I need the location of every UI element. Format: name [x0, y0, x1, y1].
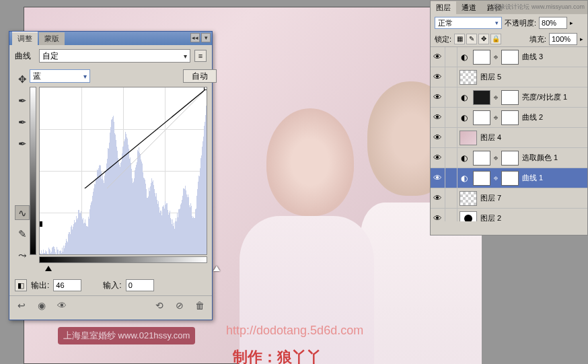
layer-thumbnail[interactable] [460, 211, 477, 222]
layer-row[interactable]: 👁◐⎆曲线 2 [431, 108, 587, 128]
expand-icon[interactable]: ◉ [35, 299, 48, 312]
visibility-toggle-icon[interactable]: 👁 [431, 128, 445, 148]
photo-region [266, 108, 354, 216]
curve-mode-icon[interactable]: ∿ [15, 205, 30, 220]
layer-thumbnail[interactable] [460, 131, 477, 145]
layer-row[interactable]: 👁图层 5 [431, 67, 587, 87]
visibility-icon[interactable]: 👁 [55, 299, 69, 312]
layer-thumbnail[interactable] [473, 171, 490, 186]
lock-pixels-icon[interactable]: ✎ [466, 34, 477, 44]
layer-row[interactable]: 👁图层 7 [431, 188, 587, 209]
lock-transparency-icon[interactable]: ▦ [454, 34, 465, 44]
link-cell[interactable] [445, 148, 457, 168]
previous-state-icon[interactable]: ⟲ [153, 299, 166, 312]
visibility-toggle-icon[interactable]: 👁 [431, 87, 445, 108]
mask-thumbnail[interactable] [501, 171, 519, 186]
curves-graph[interactable] [39, 87, 207, 255]
layer-row[interactable]: 👁◐⎆选取颜色 1 [431, 148, 587, 168]
layer-row[interactable]: 👁图层 4 [431, 128, 587, 148]
link-cell[interactable] [445, 188, 457, 209]
delete-icon[interactable]: 🗑 [193, 299, 207, 312]
link-cell[interactable] [445, 128, 457, 148]
visibility-toggle-icon[interactable]: 👁 [431, 209, 445, 222]
eyedropper-black-icon[interactable]: ✒ [15, 94, 30, 108]
opacity-stepper-icon[interactable]: ▸ [570, 20, 573, 26]
mask-thumbnail[interactable] [501, 151, 519, 166]
adjustment-icon: ◐ [457, 153, 471, 163]
layer-thumbnail[interactable] [473, 90, 490, 105]
layer-thumbnail[interactable] [460, 70, 477, 85]
visibility-toggle-icon[interactable]: 👁 [431, 188, 445, 209]
adjustment-icon: ◐ [457, 93, 471, 102]
layer-row[interactable]: 👁◐⎆亮度/对比度 1 [431, 87, 587, 108]
panel-footer: ↩ ◉ 👁 ⟲ ⊘ 🗑 [9, 295, 212, 315]
output-gradient [30, 87, 36, 255]
mask-thumbnail[interactable] [501, 110, 519, 125]
output-field[interactable] [53, 279, 81, 291]
layer-row[interactable]: 👁◐⎆曲线 1 [431, 168, 587, 188]
lock-position-icon[interactable]: ✥ [478, 34, 489, 44]
curve-point-highlight[interactable] [204, 87, 207, 90]
auto-button[interactable]: 自动 [183, 69, 217, 83]
blend-mode-select[interactable]: 正常 [435, 17, 502, 29]
collapse-icon[interactable]: ◂◂ [190, 33, 200, 42]
layer-thumbnail[interactable] [473, 151, 490, 166]
link-cell[interactable] [445, 108, 457, 128]
link-cell[interactable] [445, 209, 457, 222]
fill-stepper-icon[interactable]: ▸ [580, 36, 583, 42]
input-field[interactable] [126, 279, 154, 291]
layer-name[interactable]: 图层 2 [479, 213, 587, 221]
eyedropper-gray-icon[interactable]: ✒ [15, 115, 30, 130]
panel-titlebar[interactable]: 调整 蒙版 ◂◂ ▾ [9, 32, 212, 45]
link-cell[interactable] [445, 168, 457, 188]
eyedropper-white-icon[interactable]: ✒ [15, 137, 30, 151]
tab-adjustments[interactable]: 调整 [12, 32, 38, 45]
fill-field[interactable] [549, 33, 577, 45]
menu-icon[interactable]: ▾ [201, 33, 211, 42]
layer-thumbnail[interactable] [473, 110, 490, 125]
layer-name[interactable]: 曲线 3 [521, 52, 587, 62]
smooth-icon[interactable]: ⤳ [15, 248, 30, 263]
link-cell[interactable] [445, 67, 457, 87]
adjustments-panel: 调整 蒙版 ◂◂ ▾ 曲线 自定 ≡ ✥ ✒ ✒ ✒ ∿ ✎ ⤳ 蓝 自动 [9, 31, 213, 320]
pencil-mode-icon[interactable]: ✎ [15, 227, 30, 242]
layer-thumbnail[interactable] [473, 50, 490, 65]
layer-name[interactable]: 图层 7 [479, 193, 587, 203]
layer-name[interactable]: 选取颜色 1 [521, 153, 587, 163]
tab-layers[interactable]: 图层 [431, 1, 456, 14]
channel-select[interactable]: 蓝 [30, 69, 90, 83]
link-cell[interactable] [445, 87, 457, 108]
clip-preview-icon[interactable]: ◧ [15, 279, 27, 291]
tab-masks[interactable]: 蒙版 [39, 32, 65, 45]
reset-icon[interactable]: ⊘ [173, 299, 186, 312]
layer-name[interactable]: 亮度/对比度 1 [521, 92, 587, 102]
svg-line-0 [40, 87, 207, 188]
opacity-field[interactable] [539, 17, 567, 29]
visibility-toggle-icon[interactable]: 👁 [431, 108, 445, 128]
link-cell[interactable] [445, 47, 457, 67]
visibility-toggle-icon[interactable]: 👁 [431, 168, 445, 188]
layer-name[interactable]: 曲线 2 [521, 112, 587, 122]
layer-row[interactable]: 👁◐⎆曲线 3 [431, 47, 587, 67]
visibility-toggle-icon[interactable]: 👁 [431, 47, 445, 67]
mask-thumbnail[interactable] [501, 90, 519, 105]
layer-row[interactable]: 👁图层 2 [431, 209, 587, 221]
visibility-toggle-icon[interactable]: 👁 [431, 67, 445, 87]
preset-select[interactable]: 自定 [39, 49, 190, 63]
preset-menu-icon[interactable]: ≡ [194, 50, 207, 62]
curve-point-shadow[interactable] [39, 221, 42, 227]
tab-channels[interactable]: 通道 [456, 1, 482, 14]
visibility-toggle-icon[interactable]: 👁 [431, 148, 445, 168]
black-point-slider[interactable] [45, 266, 52, 271]
lock-all-icon[interactable]: 🔒 [490, 34, 501, 44]
layer-thumbnail[interactable] [460, 191, 477, 206]
layer-name[interactable]: 图层 4 [479, 133, 587, 143]
mask-thumbnail[interactable] [501, 50, 519, 65]
logo-watermark: 上海皇室婚纱 www.021hssy.com [58, 327, 195, 344]
white-point-slider[interactable] [213, 266, 220, 271]
target-adjust-icon[interactable]: ✥ [15, 72, 30, 87]
layers-list[interactable]: 👁◐⎆曲线 3👁图层 5👁◐⎆亮度/对比度 1👁◐⎆曲线 2👁图层 4👁◐⎆选取… [431, 46, 587, 221]
return-icon[interactable]: ↩ [15, 299, 28, 312]
layer-name[interactable]: 曲线 1 [521, 173, 587, 183]
layer-name[interactable]: 图层 5 [479, 72, 587, 82]
